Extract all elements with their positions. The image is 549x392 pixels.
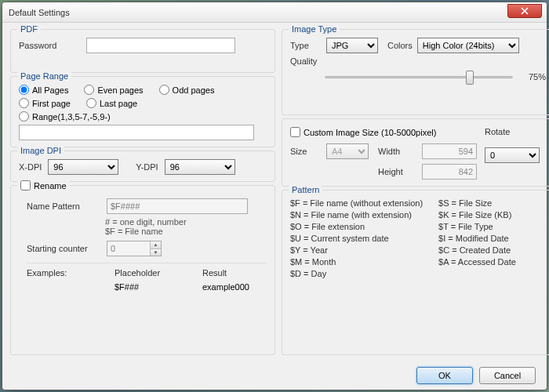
dialog-window: Default Settings PDF Password Page Range… — [2, 2, 547, 390]
x-dpi-label: X-DPI — [19, 162, 42, 172]
colors-label: Colors — [387, 41, 413, 50]
radio-even-pages[interactable]: Even pages — [84, 85, 143, 95]
y-dpi-label: Y-DPI — [136, 162, 158, 172]
titlebar: Default Settings — [2, 2, 547, 23]
radio-odd-pages[interactable]: Odd pages — [159, 85, 215, 95]
content-area: PDF Password Page Range All Pages Even p… — [2, 23, 547, 361]
password-input[interactable] — [86, 38, 235, 53]
quality-slider[interactable] — [325, 69, 513, 85]
page-range-legend: Page Range — [17, 71, 71, 81]
quality-label: Quality — [290, 56, 322, 66]
ok-button[interactable]: OK — [416, 367, 473, 384]
image-type-group: Image Type Type JPG Colors High Color (2… — [282, 29, 549, 115]
range-input[interactable] — [19, 125, 254, 140]
width-input[interactable] — [422, 143, 477, 159]
cancel-button[interactable]: Cancel — [479, 367, 536, 384]
example-result: example000 — [202, 282, 267, 292]
pattern-legend-label: Pattern — [289, 185, 322, 194]
spinner-up-icon[interactable]: ▲ — [150, 241, 161, 249]
name-pattern-input[interactable] — [107, 198, 248, 214]
slider-thumb-icon[interactable] — [466, 71, 474, 85]
spinner-down-icon[interactable]: ▼ — [150, 249, 161, 256]
window-title: Default Settings — [9, 8, 70, 17]
rename-checkbox[interactable]: Rename — [17, 180, 70, 191]
rename-group: Rename Name Pattern # = one digit, numbe… — [10, 185, 275, 355]
image-type-legend: Image Type — [289, 24, 340, 34]
type-select[interactable]: JPG — [326, 38, 378, 53]
custom-size-group: Custom Image Size (10-5000pixel) Size A4… — [282, 118, 549, 187]
legend-y: $Y = Year — [290, 245, 423, 255]
legend-k: $K = File Size (KB) — [438, 210, 516, 220]
radio-last-page[interactable]: Last page — [86, 98, 137, 108]
legend-m: $M = Month — [290, 257, 423, 267]
size-label: Size — [290, 147, 322, 156]
legend-a: $A = Accessed Date — [438, 257, 516, 267]
pdf-legend: PDF — [17, 24, 41, 34]
starting-counter-spinner[interactable]: ▲▼ — [107, 241, 162, 256]
legend-d: $D = Day — [290, 269, 423, 278]
x-dpi-select[interactable]: 96 — [48, 159, 118, 175]
legend-s: $S = File Size — [438, 198, 516, 208]
pattern-hint-2: $F = File name — [105, 227, 267, 236]
legend-f: $F = File name (without extension) — [290, 198, 423, 208]
radio-range[interactable]: Range(1,3,5-7,-5,9-) — [19, 111, 111, 122]
placeholder-header: Placeholder — [115, 268, 179, 278]
rotate-select[interactable]: 0 — [485, 147, 540, 163]
page-range-group: Page Range All Pages Even pages Odd page… — [10, 76, 275, 147]
legend-n: $N = File name (with extension) — [290, 210, 423, 220]
close-icon — [521, 7, 529, 15]
radio-first-page[interactable]: First page — [19, 98, 71, 108]
dialog-footer: OK Cancel — [2, 361, 547, 390]
starting-counter-label: Starting counter — [27, 244, 102, 253]
y-dpi-select[interactable]: 96 — [165, 159, 235, 175]
examples-label: Examples: — [27, 268, 91, 278]
width-label: Width — [378, 147, 417, 156]
legend-c: $C = Created Date — [438, 245, 516, 255]
pattern-hint-1: # = one digit, number — [105, 217, 267, 227]
custom-size-checkbox[interactable]: Custom Image Size (10-5000pixel) — [290, 127, 477, 137]
colors-select[interactable]: High Color (24bits) — [417, 38, 519, 53]
image-dpi-group: Image DPI X-DPI 96 Y-DPI 96 — [10, 151, 275, 182]
legend-o: $O = File extension — [290, 222, 423, 231]
height-label: Height — [378, 167, 417, 176]
pdf-group: PDF Password — [10, 29, 275, 73]
close-button[interactable] — [507, 4, 542, 18]
result-header: Result — [202, 268, 267, 278]
radio-all-pages[interactable]: All Pages — [19, 85, 68, 95]
pattern-legend-group: Pattern $F = File name (without extensio… — [282, 190, 549, 355]
name-pattern-label: Name Pattern — [27, 201, 102, 211]
image-dpi-legend: Image DPI — [17, 146, 64, 155]
type-label: Type — [290, 41, 322, 50]
example-placeholder: $F### — [115, 282, 179, 292]
legend-t: $T = File Type — [438, 222, 516, 231]
legend-u: $U = Current system date — [290, 234, 423, 243]
legend-i: $I = Modified Date — [438, 234, 516, 243]
size-select[interactable]: A4 — [326, 143, 369, 159]
rotate-label: Rotate — [485, 127, 546, 136]
quality-value: 75% — [518, 72, 546, 82]
height-input[interactable] — [422, 164, 477, 180]
password-label: Password — [19, 41, 82, 50]
